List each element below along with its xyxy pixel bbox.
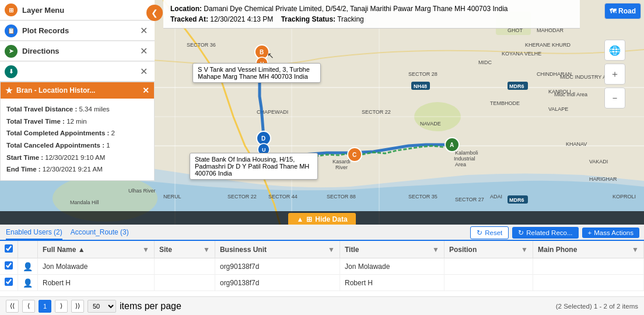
- page-1-btn[interactable]: 1: [38, 300, 51, 313]
- row2-checkbox[interactable]: [5, 278, 13, 286]
- left-sidebar: ⊞ Layer Menu ❮ 📋 Plot Records ✕ ➤ Direct…: [0, 0, 155, 181]
- col-title: Title ▼: [340, 241, 444, 258]
- svg-text:B: B: [260, 49, 264, 55]
- related-reco-icon: ↻: [518, 229, 524, 237]
- svg-text:KOPROLI: KOPROLI: [612, 194, 636, 200]
- svg-text:KHERANE KHURD: KHERANE KHURD: [525, 42, 571, 48]
- col-icon-header: [18, 241, 38, 258]
- svg-text:KOYANA VELHE: KOYANA VELHE: [502, 51, 541, 57]
- svg-text:NERUL: NERUL: [163, 194, 181, 200]
- row1-business-unit: org90138f7d: [215, 258, 340, 275]
- action-bar: ↻ Reset ↻ Related Reco... + Mass Actions: [470, 225, 644, 241]
- tracking-status-value: Tracking: [337, 15, 364, 23]
- main-phone-filter-icon[interactable]: ▼: [632, 246, 639, 254]
- tracked-at-value: 12/30/2021 4:13 PM: [210, 15, 273, 23]
- loc-history-close[interactable]: ✕: [142, 86, 149, 95]
- row2-checkbox-cell: [0, 275, 18, 291]
- per-page-select[interactable]: 50 25 100: [88, 300, 116, 313]
- road-toggle-btn[interactable]: 🗺 Road: [604, 3, 641, 19]
- row2-main-phone: [533, 275, 643, 291]
- plot-records-close[interactable]: ✕: [138, 24, 150, 37]
- zoom-out-btn[interactable]: －: [604, 88, 625, 108]
- pagination-bar: ⟨⟨ ⟨ 1 ⟩ ⟩⟩ 50 25 100 items per page (2 …: [0, 296, 644, 315]
- svg-text:SECTOR 22: SECTOR 22: [228, 194, 257, 200]
- svg-text:Kasardi: Kasardi: [332, 159, 351, 164]
- first-page-btn[interactable]: ⟨⟨: [6, 300, 19, 313]
- globe-btn[interactable]: 🌐: [604, 40, 625, 61]
- prev-page-btn[interactable]: ⟨: [22, 300, 35, 313]
- blank-row: ⬇ ✕: [0, 61, 155, 82]
- svg-text:Area: Area: [455, 162, 466, 167]
- d-marker-tooltip: State Bank Of India Housing, H/15, Padma…: [190, 153, 318, 180]
- business-unit-filter-icon[interactable]: ▼: [328, 246, 335, 254]
- svg-text:MDR6: MDR6: [509, 83, 524, 89]
- next-page-btn[interactable]: ⟩: [55, 300, 68, 313]
- layer-menu-title: Layer Menu: [22, 6, 150, 15]
- svg-text:NAVADE: NAVADE: [420, 121, 441, 127]
- svg-text:MDR6: MDR6: [509, 197, 524, 203]
- directions-row[interactable]: ➤ Directions ✕: [0, 41, 155, 61]
- row1-icon: 👤: [23, 262, 33, 271]
- items-per-page-label: items per page: [120, 301, 181, 312]
- blank-icon: ⬇: [5, 65, 18, 78]
- svg-text:SECTOR 36: SECTOR 36: [187, 42, 216, 48]
- directions-title: Directions: [22, 47, 138, 55]
- col-main-phone: Main Phone ▼: [533, 241, 643, 258]
- layer-menu-icon: ⊞: [5, 4, 18, 16]
- row1-position: [444, 258, 533, 275]
- full-name-filter-icon[interactable]: ▼: [142, 246, 149, 254]
- row2-site: [154, 275, 215, 291]
- svg-text:VAKADI: VAKADI: [589, 159, 608, 164]
- map-controls: 🗺 Road 🌐 ＋ －: [604, 3, 641, 108]
- svg-text:NH48: NH48: [414, 83, 427, 89]
- svg-text:KHANAV: KHANAV: [566, 141, 587, 147]
- svg-text:Midc Indl Area: Midc Indl Area: [554, 92, 587, 97]
- tab-account-route[interactable]: Account_Route (3): [71, 226, 129, 239]
- row1-full-name: Jon Molawade: [38, 258, 155, 275]
- svg-text:C: C: [352, 152, 356, 158]
- site-filter-icon[interactable]: ▼: [203, 246, 210, 254]
- row1-checkbox[interactable]: [5, 261, 13, 270]
- svg-text:SECTOR 27: SECTOR 27: [455, 197, 484, 202]
- svg-text:SECTOR 35: SECTOR 35: [408, 194, 438, 200]
- sidebar-collapse-btn[interactable]: ❮: [146, 5, 163, 21]
- location-history-panel: ★ Bran - Location Histor... ✕ Total Trav…: [0, 82, 155, 181]
- svg-text:TEMBHODE: TEMBHODE: [490, 100, 520, 106]
- reset-btn[interactable]: ↻ Reset: [470, 226, 509, 239]
- data-table: Full Name ▲ ▼ Site ▼ Business Unit ▼ Tit…: [0, 241, 644, 291]
- layer-menu-row[interactable]: ⊞ Layer Menu ❮: [0, 0, 155, 20]
- row2-icon: 👤: [23, 278, 33, 288]
- svg-text:VALAPE: VALAPE: [548, 106, 568, 112]
- col-checkbox: [0, 241, 18, 258]
- hide-data-btn[interactable]: ▲ ⊞ Hide Data: [288, 213, 355, 226]
- svg-text:Mandala Hill: Mandala Hill: [70, 200, 99, 205]
- col-business-unit: Business Unit ▼: [215, 241, 340, 258]
- plot-records-icon: 📋: [5, 24, 18, 37]
- mass-actions-btn[interactable]: + Mass Actions: [582, 228, 639, 238]
- svg-text:Industrial: Industrial: [454, 156, 475, 162]
- b-marker-tooltip: S V Tank and Vessel Limited, 3, Turbhe M…: [192, 63, 321, 83]
- directions-close[interactable]: ✕: [138, 44, 150, 58]
- last-page-btn[interactable]: ⟩⟩: [71, 300, 84, 313]
- zoom-in-btn[interactable]: ＋: [604, 64, 625, 85]
- svg-text:D: D: [261, 135, 265, 142]
- position-filter-icon[interactable]: ▼: [521, 246, 528, 254]
- table-row: 👤 Jon Molawade org90138f7d Jon Molawade: [0, 258, 644, 275]
- tab-enabled-users[interactable]: Enabled Users (2): [6, 226, 62, 240]
- hide-data-icon: ▲: [296, 215, 303, 223]
- svg-text:SECTOR 44: SECTOR 44: [268, 194, 298, 200]
- star-icon: ★: [5, 86, 13, 95]
- plot-records-row[interactable]: 📋 Plot Records ✕: [0, 20, 155, 41]
- svg-text:A: A: [450, 142, 454, 148]
- hide-data-label: ⊞: [306, 215, 312, 223]
- related-reco-btn[interactable]: ↻ Related Reco...: [512, 227, 578, 239]
- select-all-checkbox[interactable]: [5, 244, 13, 253]
- row2-icon-cell: 👤: [18, 275, 38, 291]
- tracked-at-label: Tracked At:: [170, 15, 210, 23]
- loc-history-header: ★ Bran - Location Histor... ✕: [1, 82, 154, 99]
- svg-text:HARIGHAR: HARIGHAR: [589, 176, 617, 182]
- loc-history-body: Total Travel Distance : 5.34 miles Total…: [1, 99, 154, 180]
- title-filter-icon[interactable]: ▼: [432, 246, 439, 254]
- blank-close[interactable]: ✕: [138, 65, 150, 78]
- table-row: 👤 Robert H org90138f7d Robert H: [0, 275, 644, 291]
